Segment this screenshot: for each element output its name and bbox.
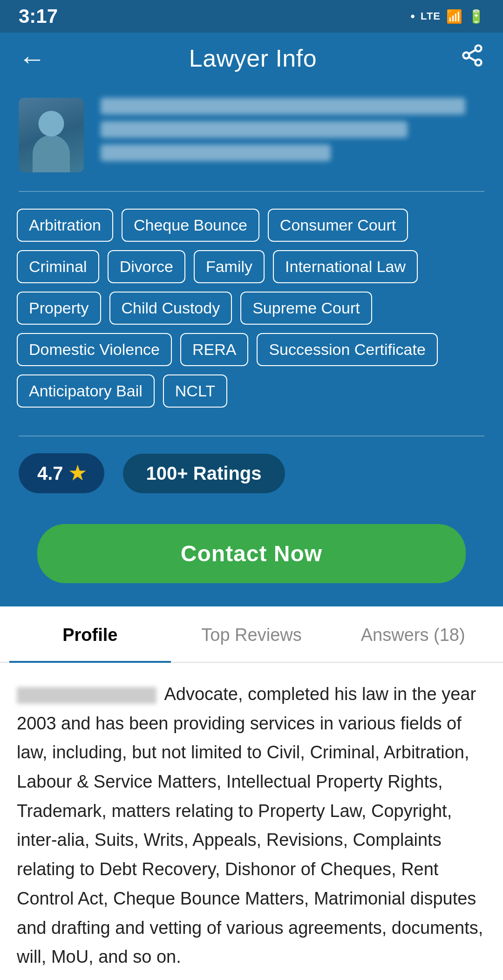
tag-consumer-court[interactable]: Consumer Court xyxy=(268,209,408,242)
tag-arbitration[interactable]: Arbitration xyxy=(17,209,113,242)
lawyer-name-blurred xyxy=(101,98,465,115)
svg-line-3 xyxy=(469,57,476,61)
tab-top-reviews[interactable]: Top Reviews xyxy=(171,606,333,662)
profile-description: Advocate, completed his law in the year … xyxy=(17,680,486,972)
back-button[interactable]: ← xyxy=(19,43,46,74)
status-time: 3:17 xyxy=(19,5,58,27)
battery-icon: 🔋 xyxy=(468,9,484,24)
tag-nclt[interactable]: NCLT xyxy=(163,374,227,408)
tag-anticipatory-bail[interactable]: Anticipatory Bail xyxy=(17,374,155,408)
status-bar: 3:17 • LTE 📶 🔋 xyxy=(0,0,503,33)
tag-child-custody[interactable]: Child Custody xyxy=(109,292,232,325)
svg-line-4 xyxy=(469,50,476,54)
share-button[interactable] xyxy=(460,43,484,73)
contact-section: Contact Now xyxy=(0,519,503,606)
lte-badge: LTE xyxy=(421,10,441,22)
ratings-section: 4.7 ★ 100+ Ratings xyxy=(0,422,503,519)
contact-now-button[interactable]: Contact Now xyxy=(37,524,466,583)
header: ← Lawyer Info xyxy=(0,33,503,84)
tab-profile[interactable]: Profile xyxy=(9,606,171,662)
ratings-count: 100+ Ratings xyxy=(146,463,262,483)
network-dot: • xyxy=(410,9,415,24)
signal-icon: 📶 xyxy=(446,9,462,24)
rating-score: 4.7 xyxy=(37,463,63,484)
profile-content: Advocate, completed his law in the year … xyxy=(0,663,503,980)
profile-info xyxy=(101,98,484,161)
tags-list: Arbitration Cheque Bounce Consumer Court… xyxy=(17,209,486,408)
page-title: Lawyer Info xyxy=(189,44,317,72)
tab-answers[interactable]: Answers (18) xyxy=(332,606,494,662)
tag-domestic-violence[interactable]: Domestic Violence xyxy=(17,333,172,366)
tag-rera[interactable]: RERA xyxy=(180,333,248,366)
lawyer-detail-blurred-2 xyxy=(101,144,331,161)
lawyer-name-inline-blurred xyxy=(17,687,156,704)
tags-section: Arbitration Cheque Bounce Consumer Court… xyxy=(0,192,503,422)
tag-international-law[interactable]: International Law xyxy=(273,250,418,283)
rating-score-badge: 4.7 ★ xyxy=(19,453,104,493)
star-icon: ★ xyxy=(69,463,86,484)
tag-succession-certificate[interactable]: Succession Certificate xyxy=(257,333,437,366)
ratings-divider xyxy=(19,436,484,436)
tag-cheque-bounce[interactable]: Cheque Bounce xyxy=(122,209,259,242)
status-icons: • LTE 📶 🔋 xyxy=(410,9,484,24)
ratings-count-badge: 100+ Ratings xyxy=(123,454,285,493)
tabs-section: Profile Top Reviews Answers (18) xyxy=(0,606,503,663)
tag-criminal[interactable]: Criminal xyxy=(17,250,99,283)
tag-family[interactable]: Family xyxy=(194,250,265,283)
avatar xyxy=(19,98,84,172)
profile-section xyxy=(0,84,503,191)
tag-property[interactable]: Property xyxy=(17,292,101,325)
ratings-row: 4.7 ★ 100+ Ratings xyxy=(19,453,484,493)
tag-divorce[interactable]: Divorce xyxy=(108,250,185,283)
lawyer-detail-blurred-1 xyxy=(101,121,408,138)
tag-supreme-court[interactable]: Supreme Court xyxy=(240,292,372,325)
